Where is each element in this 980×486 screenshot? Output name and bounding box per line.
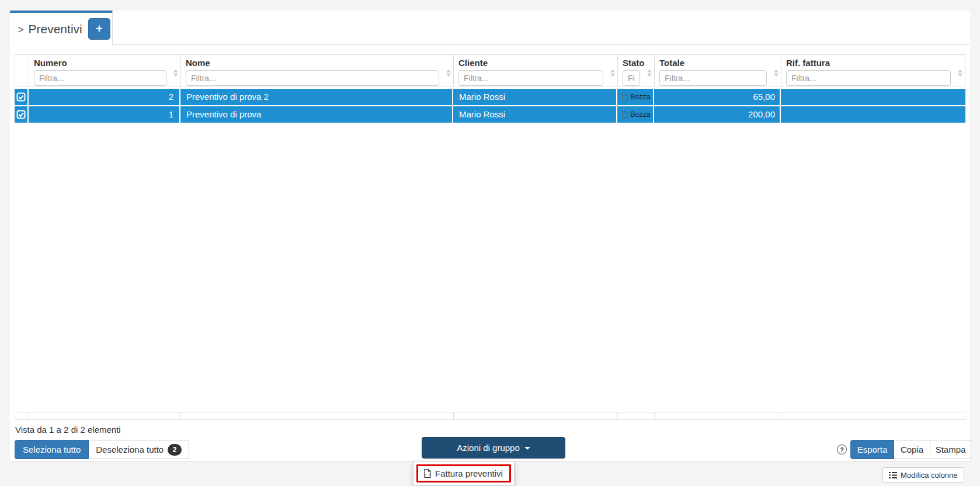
tab-preventivi[interactable]: > Preventivi + <box>10 11 113 45</box>
table-row[interactable]: 1 Preventivo di prova Mario Rossi Bozza … <box>15 106 965 123</box>
group-actions-dropdown: Fattura preventivi <box>413 461 515 486</box>
print-button[interactable]: Stampa <box>930 440 971 459</box>
header-cell-numero: Numero <box>29 55 181 86</box>
cell-totale: 200,00 <box>654 106 781 123</box>
header-cell-checkbox <box>15 55 29 86</box>
sort-icon[interactable] <box>958 70 962 77</box>
cell-cliente: Mario Rossi <box>453 106 617 123</box>
cell-nome: Preventivo di prova <box>180 106 453 123</box>
quotes-table: Numero Nome Cliente Stato Totale Rif. fa… <box>15 54 965 124</box>
list-columns-icon <box>889 472 897 478</box>
export-button-group: Esporta Copia Stampa <box>850 440 971 459</box>
column-label-rif-fattura: Rif. fattura <box>786 58 960 68</box>
column-label-cliente: Cliente <box>458 58 613 68</box>
sort-icon[interactable] <box>774 70 779 77</box>
filter-input-cliente[interactable] <box>458 70 603 86</box>
copy-button[interactable]: Copia <box>894 440 930 459</box>
draft-file-icon <box>622 111 628 118</box>
breadcrumb: > Preventivi <box>18 22 82 36</box>
deselect-all-label: Deseleziona tutto <box>96 445 164 454</box>
cell-nome: Preventivo di prova 2 <box>180 89 453 105</box>
cell-numero: 2 <box>29 89 180 105</box>
selection-button-group: Seleziona tutto Deseleziona tutto 2 <box>15 440 189 459</box>
cell-totale: 65,00 <box>654 89 781 105</box>
caret-down-icon <box>524 447 530 450</box>
cell-rif-fattura <box>781 89 965 105</box>
table-row[interactable]: 2 Preventivo di prova 2 Mario Rossi Bozz… <box>15 89 965 105</box>
status-badge: Bozza <box>630 89 651 105</box>
add-quote-button[interactable]: + <box>88 18 110 40</box>
group-actions-label: Azioni di gruppo <box>457 443 520 453</box>
column-label-numero: Numero <box>34 58 176 68</box>
page-title: Preventivi <box>29 22 82 36</box>
header-cell-stato: Stato <box>618 55 655 86</box>
edit-columns-button[interactable]: Modifica colonne <box>882 467 964 482</box>
column-label-totale: Totale <box>659 58 776 68</box>
row-checkbox[interactable] <box>15 106 29 123</box>
results-info: Vista da 1 a 2 di 2 elementi <box>15 425 121 435</box>
filter-input-rif-fattura[interactable] <box>786 70 951 86</box>
tabbar-divider <box>113 44 970 45</box>
cell-numero: 1 <box>29 106 180 123</box>
filter-input-totale[interactable] <box>659 70 767 86</box>
group-actions-button[interactable]: Azioni di gruppo <box>422 437 565 459</box>
cell-stato: Bozza <box>617 89 654 105</box>
status-badge: Bozza <box>630 106 651 123</box>
invoice-quotes-label: Fattura preventivi <box>435 468 503 478</box>
invoice-file-icon <box>424 469 431 478</box>
header-cell-cliente: Cliente <box>454 55 618 86</box>
select-all-button[interactable]: Seleziona tutto <box>15 440 89 459</box>
sort-icon[interactable] <box>173 70 178 77</box>
sort-icon[interactable] <box>610 70 615 77</box>
cell-cliente: Mario Rossi <box>453 89 617 105</box>
cell-stato: Bozza <box>617 106 654 123</box>
check-square-icon <box>16 110 26 119</box>
draft-file-icon <box>622 93 628 100</box>
filter-input-stato[interactable] <box>623 70 640 86</box>
check-square-icon <box>16 92 26 102</box>
export-button[interactable]: Esporta <box>850 440 894 459</box>
selected-count-badge: 2 <box>168 444 182 456</box>
help-icon[interactable]: ? <box>837 445 847 454</box>
table-footer-row <box>15 412 965 420</box>
column-label-stato: Stato <box>623 58 649 68</box>
header-cell-nome: Nome <box>181 55 454 86</box>
deselect-all-button[interactable]: Deseleziona tutto 2 <box>89 440 189 459</box>
sort-icon[interactable] <box>647 70 652 77</box>
column-label-nome: Nome <box>186 58 449 68</box>
header-cell-totale: Totale <box>655 55 781 86</box>
filter-input-nome[interactable] <box>186 70 439 86</box>
row-checkbox[interactable] <box>15 89 29 105</box>
sort-icon[interactable] <box>446 70 451 77</box>
invoice-quotes-menu-item[interactable]: Fattura preventivi <box>416 464 511 482</box>
cell-rif-fattura <box>781 106 965 123</box>
edit-columns-label: Modifica colonne <box>901 471 958 480</box>
header-cell-rif-fattura: Rif. fattura <box>781 55 965 86</box>
filter-input-numero[interactable] <box>34 70 166 86</box>
table-header-row: Numero Nome Cliente Stato Totale Rif. fa… <box>15 54 965 86</box>
chevron-right-icon: > <box>18 24 24 36</box>
